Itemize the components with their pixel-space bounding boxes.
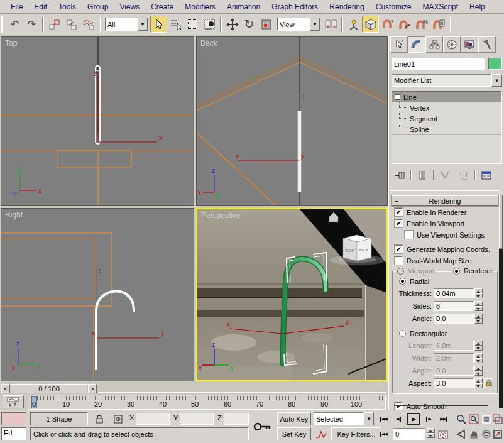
menu-graph-editors[interactable]: Graph Editors <box>266 1 324 13</box>
rendering-rollout-header[interactable]: − Rendering <box>392 195 498 206</box>
menu-views[interactable]: Views <box>114 1 145 13</box>
zoom-extents-all-icon[interactable] <box>491 412 503 426</box>
rectangular-radio[interactable] <box>399 330 406 337</box>
modifier-list-dropdown[interactable]: Modifier List ▼ <box>392 74 502 87</box>
viewport-perspective-active[interactable]: Perspective <box>196 208 388 381</box>
key-mode-toggle-icon[interactable]: ◀◀ <box>376 428 390 440</box>
x-coord-input[interactable] <box>136 413 170 425</box>
select-move-icon[interactable] <box>224 16 241 33</box>
spinner-snap-icon[interactable] <box>430 16 447 33</box>
enable-in-viewport-checkbox[interactable]: ✔ <box>395 219 403 227</box>
aspect-lock-icon[interactable] <box>484 378 493 388</box>
key-filters-button[interactable]: Key Filters... <box>331 427 381 440</box>
menu-create[interactable]: Create <box>145 1 179 13</box>
stack-item-segment[interactable]: Segment <box>392 113 501 124</box>
panel-scrollbar[interactable] <box>499 195 503 408</box>
stack-item-line[interactable]: − Line <box>392 92 501 102</box>
sides-spinner[interactable] <box>474 301 483 311</box>
menu-rendering[interactable]: Rendering <box>324 1 370 13</box>
set-keys-key-icon[interactable] <box>251 412 275 441</box>
select-manipulate-icon[interactable] <box>345 16 362 33</box>
key-mode-dropdown[interactable]: Selected ▼ <box>314 412 374 425</box>
time-configuration-icon[interactable] <box>436 427 450 440</box>
redo-icon[interactable]: ↷ <box>23 16 40 33</box>
real-world-checkbox[interactable] <box>395 256 403 265</box>
use-pivot-center-icon[interactable] <box>322 16 339 33</box>
tab-create-icon[interactable] <box>390 36 408 53</box>
auto-key-button[interactable]: Auto Key <box>277 412 311 425</box>
menu-file[interactable]: File <box>5 1 28 13</box>
viewport-right-canvas[interactable]: z x y z x y <box>1 209 194 381</box>
snaps-toggle-icon[interactable] <box>362 16 379 33</box>
menu-edit[interactable]: Edit <box>28 1 53 13</box>
thickness-spinner[interactable] <box>474 288 483 298</box>
set-key-button[interactable]: Set Key <box>277 427 311 440</box>
renderer-radio-item[interactable]: Renderer <box>451 267 495 275</box>
modifier-list-arrow-icon[interactable]: ▼ <box>491 74 502 87</box>
thickness-input[interactable]: 0,04m <box>434 288 474 298</box>
absolute-mode-icon[interactable] <box>111 412 126 425</box>
stack-item-spline[interactable]: Spline <box>392 124 501 134</box>
menu-tools[interactable]: Tools <box>53 1 82 13</box>
radial-radio[interactable] <box>399 278 406 285</box>
tab-motion-icon[interactable] <box>443 36 461 53</box>
angle-input[interactable]: 0,0 <box>434 314 474 324</box>
collapse-icon[interactable]: − <box>395 94 400 100</box>
mini-curve-editor-icon[interactable] <box>3 395 24 408</box>
viewport-back-label[interactable]: Back <box>200 39 217 48</box>
select-scale-icon[interactable] <box>258 16 275 33</box>
viewport-perspective-canvas[interactable]: x y z x y RIGHT BACK <box>197 209 386 380</box>
enable-in-renderer-checkbox[interactable]: ✔ <box>395 208 403 216</box>
object-name-input[interactable]: Line01 <box>392 58 485 70</box>
aspect-input[interactable]: 3,0 <box>434 378 474 388</box>
next-frame-icon[interactable]: ▶ <box>422 413 436 425</box>
menu-help[interactable]: Help <box>464 1 491 13</box>
viewport-radio-item[interactable]: Viewport <box>395 267 437 275</box>
panel-scrollbar-thumb[interactable] <box>499 195 503 249</box>
object-color-swatch[interactable] <box>488 58 502 70</box>
window-crossing-icon[interactable] <box>201 16 218 33</box>
viewport-back[interactable]: Back z x y z x y <box>196 36 388 206</box>
viewport-perspective-label[interactable]: Perspective <box>201 211 241 220</box>
pin-stack-icon[interactable] <box>392 169 408 182</box>
default-in-out-tangent-icon[interactable] <box>314 427 329 440</box>
go-to-start-icon[interactable]: ◀◀ <box>376 413 390 425</box>
select-object-icon[interactable] <box>150 16 167 33</box>
stack-item-vertex[interactable]: Vertex <box>392 102 501 113</box>
viewport-right[interactable]: Right z x y z x y <box>1 208 194 381</box>
configure-modifier-sets-icon[interactable] <box>478 169 495 182</box>
frame-spinner[interactable] <box>427 428 435 438</box>
select-rotate-icon[interactable]: ↻ <box>241 16 258 33</box>
key-mode-arrow-icon[interactable]: ▼ <box>364 412 374 425</box>
current-frame-input[interactable]: 0 <box>393 428 425 440</box>
sides-input[interactable]: 6 <box>434 301 474 311</box>
use-viewport-settings-checkbox[interactable] <box>405 231 413 239</box>
link-icon[interactable] <box>46 16 63 33</box>
undo-icon[interactable]: ↶ <box>6 16 23 33</box>
time-next-button[interactable]: > <box>88 384 97 393</box>
select-by-name-icon[interactable] <box>167 16 184 33</box>
maximize-viewport-icon[interactable] <box>491 427 503 441</box>
time-prev-button[interactable]: < <box>1 384 10 393</box>
angle-spinner[interactable] <box>474 314 483 324</box>
make-unique-icon[interactable] <box>437 169 453 182</box>
rect-selection-region-icon[interactable] <box>184 16 201 33</box>
unlink-icon[interactable] <box>63 16 80 33</box>
viewport-right-label[interactable]: Right <box>5 211 23 219</box>
aspect-spinner[interactable] <box>474 378 483 388</box>
remove-modifier-icon[interactable] <box>456 169 472 182</box>
time-slider-track[interactable] <box>98 385 386 393</box>
tab-modify-icon[interactable] <box>408 36 425 53</box>
selection-filter-dropdown[interactable]: All ▼ <box>105 18 148 31</box>
snap-3d-icon[interactable]: 3 <box>379 16 396 33</box>
selection-filter-arrow-icon[interactable]: ▼ <box>138 18 148 31</box>
menu-maxscript[interactable]: MAXScript <box>417 1 464 13</box>
rollout-collapse-icon[interactable]: − <box>392 197 401 205</box>
reference-coord-dropdown[interactable]: View ▼ <box>277 18 320 31</box>
reference-coord-arrow-icon[interactable]: ▼ <box>310 18 320 31</box>
angle-snap-icon[interactable] <box>396 16 413 33</box>
menu-group[interactable]: Group <box>82 1 114 13</box>
tab-hierarchy-icon[interactable] <box>425 36 443 53</box>
time-slider-thumb[interactable]: 0 / 100 <box>11 384 87 393</box>
viewport-top-label[interactable]: Top <box>5 39 17 48</box>
